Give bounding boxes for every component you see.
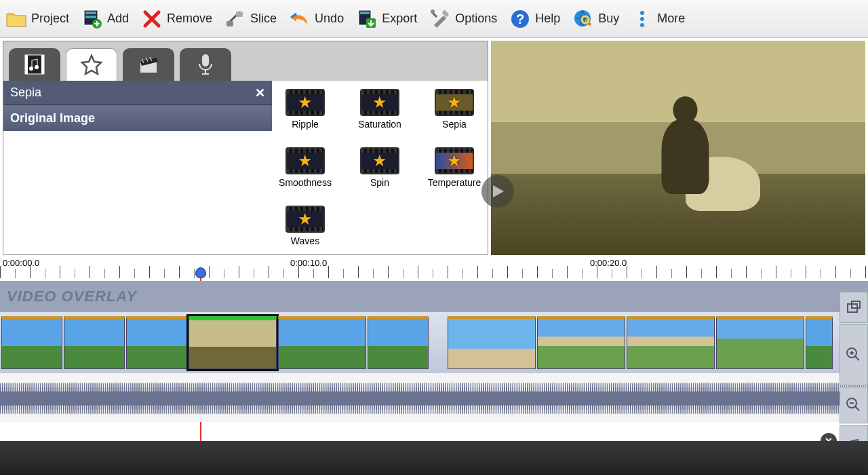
star-icon: ★ [372,93,387,112]
svg-text:?: ? [516,12,524,26]
help-label: Help [535,12,560,26]
undo-icon [289,8,311,30]
playhead-handle-icon [195,267,206,278]
remove-button[interactable]: Remove [141,8,212,30]
svg-rect-1 [85,12,96,14]
zoom-out-icon [846,397,862,413]
effects-grid: ★ Ripple ★ Saturation ★ Sepia ★ Smoothne… [272,81,488,254]
svg-point-10 [431,10,435,14]
tab-microphone[interactable] [180,48,231,81]
buy-button[interactable]: Buy [572,8,619,30]
main-toolbar: Project Add Remove Slice Undo Export O [0,0,868,38]
clip[interactable] [126,316,187,369]
project-button[interactable]: Project [5,8,69,30]
star-icon [79,53,104,77]
svg-rect-2 [85,16,96,18]
undo-label: Undo [315,12,344,26]
timeline-ruler[interactable]: 0:00:00.0 0:00:10.0 0:00:20.0 [0,256,868,281]
options-label: Options [455,12,497,26]
export-button[interactable]: Export [356,8,417,30]
effect-smoothness[interactable]: ★ Smoothness [279,147,332,188]
buy-globe-icon [572,8,594,30]
svg-rect-7 [360,12,370,14]
waveform-icon [0,373,868,422]
options-icon [429,8,451,30]
clip[interactable] [806,316,833,369]
slice-label: Slice [250,12,277,26]
tab-clapper[interactable] [123,48,174,81]
preview-frame [491,41,865,255]
original-image-row[interactable]: Original Image [3,105,272,131]
svg-rect-24 [202,54,209,66]
clip[interactable] [627,316,715,369]
clip-selected[interactable] [189,316,277,369]
selected-effect-name: Sepia [10,86,41,100]
slice-icon [224,8,246,30]
clip[interactable] [448,316,536,369]
effect-temperature[interactable]: ★ Temperature [428,147,481,188]
clip[interactable] [368,316,429,369]
add-button[interactable]: Add [81,8,129,30]
more-label: More [657,12,685,26]
svg-point-22 [35,65,39,69]
video-preview[interactable] [491,41,865,255]
effect-label: Smoothness [279,177,332,188]
zoom-in-button[interactable] [840,324,868,385]
audio-track[interactable] [0,373,868,422]
star-icon: ★ [447,151,462,170]
effect-settings: Sepia ✕ Original Image [3,81,272,254]
svg-rect-20 [41,55,44,74]
clip[interactable] [64,316,125,369]
star-icon: ★ [298,210,313,229]
folder-icon [5,8,27,30]
effect-waves[interactable]: ★ Waves [279,206,332,246]
main-area: Sepia ✕ Original Image ★ Ripple ★ Satura… [0,38,868,255]
more-button[interactable]: More [631,8,685,30]
timeline-tools [840,292,868,466]
tab-media[interactable] [9,48,60,81]
effect-label: Saturation [358,119,401,130]
undo-button[interactable]: Undo [289,8,344,30]
svg-rect-4 [226,21,233,26]
star-icon: ★ [372,151,387,170]
svg-rect-29 [0,392,868,406]
close-effect-button[interactable]: ✕ [255,86,265,100]
video-track[interactable] [0,312,868,373]
svg-rect-18 [25,55,44,74]
clip[interactable] [537,316,625,369]
video-overlay-track[interactable]: VIDEO OVERLAY [0,281,868,312]
star-icon: ★ [298,93,313,112]
effect-label: Waves [291,235,319,246]
export-label: Export [382,12,417,26]
svg-point-21 [29,66,33,71]
remove-label: Remove [167,12,212,26]
help-button[interactable]: ? Help [509,8,560,30]
zoom-out-button[interactable] [840,387,868,423]
slice-button[interactable]: Slice [224,8,277,30]
overlay-track-label: VIDEO OVERLAY [7,288,137,305]
remove-x-icon [141,8,163,30]
effect-saturation[interactable]: ★ Saturation [353,89,406,130]
star-icon: ★ [447,93,462,112]
effect-sepia[interactable]: ★ Sepia [428,89,481,130]
effect-label: Temperature [428,177,481,188]
tab-effects[interactable] [66,48,117,81]
effect-label: Ripple [292,119,319,130]
zoom-in-icon [846,347,862,363]
clip[interactable] [716,316,804,369]
clip[interactable] [278,316,366,369]
svg-point-17 [640,23,644,27]
buy-label: Buy [598,12,619,26]
overlay-tool-button[interactable] [840,292,868,323]
clip[interactable] [1,316,62,369]
play-button[interactable] [481,175,514,208]
microphone-icon [195,52,216,77]
star-icon: ★ [298,151,313,170]
timeline: 0:00:00.0 0:00:10.0 0:00:20.0 VIDEO OVER… [0,256,868,422]
export-icon [356,8,378,30]
effect-spin[interactable]: ★ Spin [353,147,406,188]
svg-rect-19 [25,55,28,74]
panel-tabs [3,41,488,81]
effect-ripple[interactable]: ★ Ripple [279,89,332,130]
options-button[interactable]: Options [429,8,497,30]
